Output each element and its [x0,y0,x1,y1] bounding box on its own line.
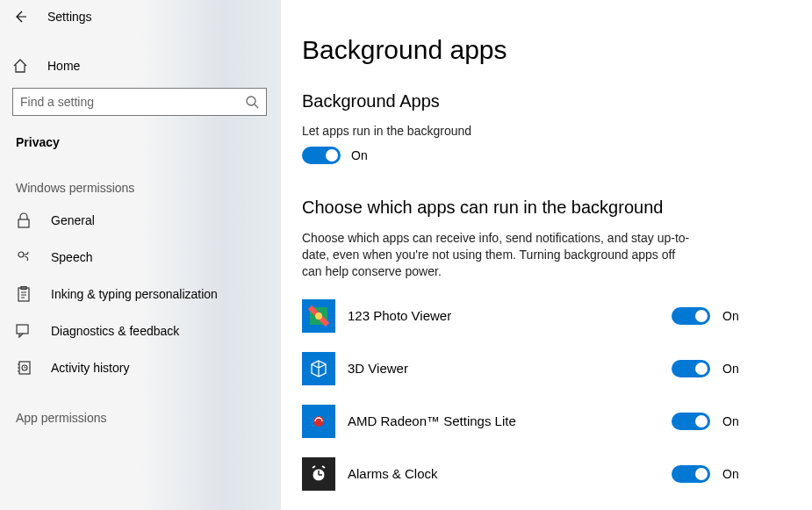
app-toggle[interactable] [672,465,710,483]
sidebar-item-label: Diagnostics & feedback [51,324,179,338]
app-row: 123 Photo Viewer On [302,299,777,333]
clipboard-icon [16,286,32,302]
svg-point-0 [247,97,255,105]
back-button[interactable] [12,9,28,25]
app-toggle-state: On [722,309,739,323]
sidebar-item-speech[interactable]: Speech [0,239,280,276]
app-toggle[interactable] [672,360,710,377]
svg-point-16 [315,312,322,320]
app-toggle[interactable] [672,413,710,430]
app-permissions-label: App permissions [0,386,280,432]
app-row: 3D Viewer On [302,352,777,385]
svg-rect-9 [17,325,28,334]
app-toggle-state: On [722,362,739,376]
lock-icon [16,212,32,228]
home-nav[interactable]: Home [0,49,280,83]
search-box[interactable] [12,88,267,116]
home-icon [12,58,28,74]
sidebar-item-label: Speech [51,250,92,264]
app-name: 3D Viewer [348,361,672,376]
sidebar-item-label: General [51,213,95,227]
search-input[interactable] [20,95,245,109]
app-icon-amd [302,405,335,438]
home-label: Home [47,59,80,73]
sidebar-item-inking[interactable]: Inking & typing personalization [0,276,280,312]
app-name: Alarms & Clock [348,466,672,481]
sidebar: Settings Home Privacy Windows permission… [0,0,281,510]
app-toggle[interactable] [672,307,710,325]
sidebar-item-general[interactable]: General [0,202,280,239]
page-title: Background apps [302,35,777,65]
svg-rect-2 [18,219,29,227]
app-toggle-state: On [722,414,739,428]
app-toggle-state: On [722,467,739,481]
main-content: Background apps Background Apps Let apps… [281,0,812,510]
sidebar-item-label: Activity history [51,361,129,375]
speech-icon [16,249,32,265]
master-toggle-state: On [351,148,368,162]
svg-line-23 [322,466,325,468]
background-apps-subhead: Background Apps [302,91,777,111]
app-name: 123 Photo Viewer [348,308,672,323]
feedback-icon [16,323,32,339]
app-icon-3dviewer [302,352,335,385]
settings-label: Settings [47,10,92,24]
sidebar-item-diagnostics[interactable]: Diagnostics & feedback [0,312,280,349]
let-apps-run-label: Let apps run in the background [302,124,777,138]
windows-permissions-label: Windows permissions [0,156,280,202]
app-name: AMD Radeon™ Settings Lite [348,413,672,428]
sidebar-item-label: Inking & typing personalization [51,287,218,301]
master-toggle[interactable] [302,147,341,164]
svg-line-1 [255,104,258,108]
app-row: Alarms & Clock On [302,457,777,491]
svg-point-3 [18,252,24,257]
svg-line-22 [313,466,315,468]
choose-apps-desc: Choose which apps can receive info, send… [302,230,697,280]
privacy-section-label: Privacy [0,116,280,156]
search-icon [245,95,259,109]
sidebar-item-activity[interactable]: Activity history [0,349,280,386]
app-icon-alarms [302,457,335,491]
app-icon-123photo [302,299,335,333]
app-row: AMD Radeon™ Settings Lite On [302,405,777,438]
back-arrow-icon [13,10,27,24]
history-icon [16,360,32,376]
choose-apps-subhead: Choose which apps can run in the backgro… [302,198,777,218]
